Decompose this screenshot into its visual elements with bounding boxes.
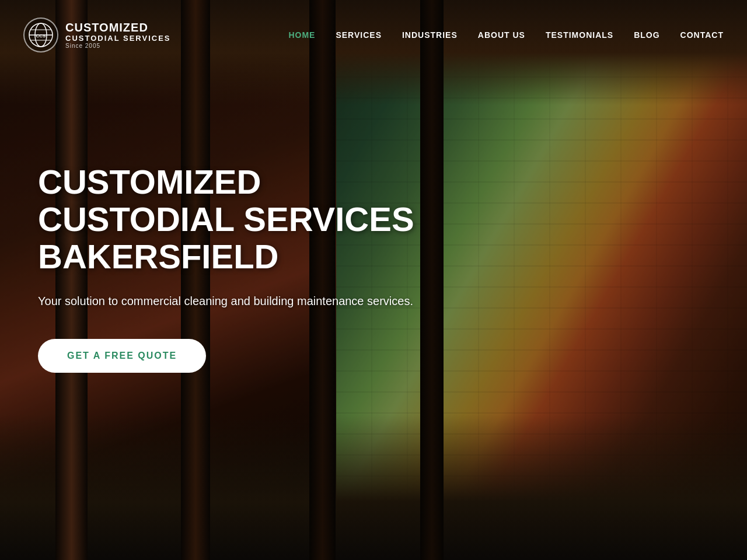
hero-section: CCS CUSTOMIZED CUSTODIAL SERVICES Since … [0, 0, 747, 560]
nav-link-testimonials[interactable]: TESTIMONIALS [546, 30, 613, 40]
logo-since-text: Since 2005 [65, 43, 170, 49]
hero-content: CUSTOMIZED CUSTODIAL SERVICES BAKERSFIEL… [38, 163, 458, 373]
nav-item-blog[interactable]: BLOG [634, 30, 659, 40]
nav-item-services[interactable]: SERVICES [336, 30, 382, 40]
logo-text: CUSTOMIZED CUSTODIAL SERVICES Since 2005 [65, 21, 170, 50]
logo-icon: CCS [23, 18, 58, 52]
hero-subtitle: Your solution to commercial cleaning and… [38, 292, 423, 310]
cta-button[interactable]: GET A FREE QUOTE [38, 339, 206, 373]
nav-link-industries[interactable]: INDUSTRIES [402, 30, 458, 40]
nav-link-services[interactable]: SERVICES [336, 30, 382, 40]
nav-item-about[interactable]: ABOUT US [478, 30, 525, 40]
logo-globe-icon: CCS [27, 22, 54, 48]
nav-link-about[interactable]: ABOUT US [478, 30, 525, 40]
nav-link-home[interactable]: HOME [288, 30, 315, 40]
nav-link-blog[interactable]: BLOG [634, 30, 659, 40]
nav-item-industries[interactable]: INDUSTRIES [402, 30, 458, 40]
main-nav: CCS CUSTOMIZED CUSTODIAL SERVICES Since … [0, 0, 747, 70]
hero-title: CUSTOMIZED CUSTODIAL SERVICES BAKERSFIEL… [38, 163, 458, 275]
floor-element [0, 414, 747, 560]
logo-sub-text: CUSTODIAL SERVICES [65, 34, 170, 43]
nav-links: HOME SERVICES INDUSTRIES ABOUT US TESTIM… [288, 30, 724, 40]
logo: CCS CUSTOMIZED CUSTODIAL SERVICES Since … [23, 18, 170, 52]
logo-main-text: CUSTOMIZED [65, 21, 170, 34]
nav-item-testimonials[interactable]: TESTIMONIALS [546, 30, 613, 40]
nav-link-contact[interactable]: CONTACT [680, 30, 724, 40]
nav-item-contact[interactable]: CONTACT [680, 30, 724, 40]
svg-text:CCS: CCS [36, 33, 47, 38]
nav-item-home[interactable]: HOME [288, 30, 315, 40]
